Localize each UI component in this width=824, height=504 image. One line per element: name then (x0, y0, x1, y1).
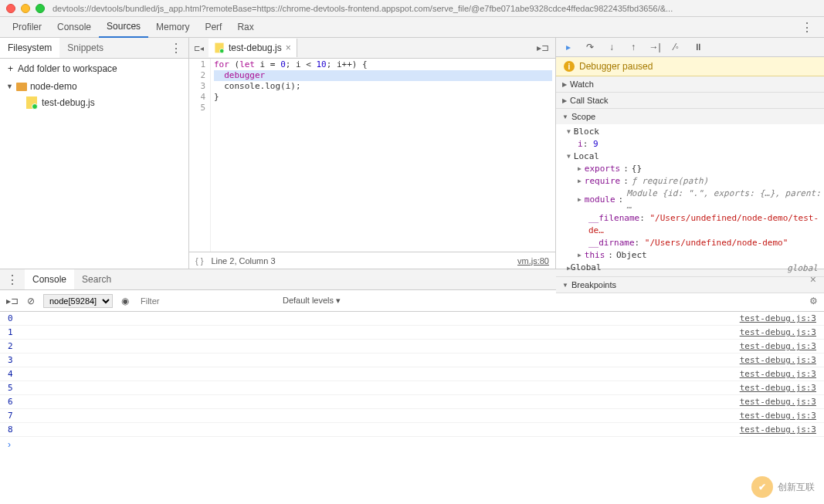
add-folder-button[interactable]: + Add folder to workspace (0, 59, 188, 79)
sources-workspace: Filesystem Snippets ⋮ + Add folder to wo… (0, 38, 824, 269)
gear-icon[interactable]: ⚙ (809, 296, 818, 306)
section-breakpoints[interactable]: ▼Breakpoints (556, 277, 824, 293)
scope-var: __dirname: "/Users/undefined/node-demo" (567, 237, 824, 249)
log-levels[interactable]: Default levels ▾ (283, 296, 341, 306)
editor-tab[interactable]: test-debug.js × (209, 39, 297, 57)
page-url: devtools://devtools/bundled/js_app.html?… (53, 4, 673, 13)
chevron-right-icon: ▶ (562, 97, 567, 104)
section-watch[interactable]: ▶Watch (556, 76, 824, 92)
resume-icon[interactable]: ▸ (562, 41, 575, 53)
source-link[interactable]: test-debug.js:3 (740, 327, 816, 337)
file-label: test-debug.js (42, 97, 95, 108)
js-file-icon (215, 43, 223, 53)
console-row: 1test-debug.js:3 (0, 326, 824, 340)
tab-sources[interactable]: Sources (99, 16, 148, 38)
navigator-tabs: Filesystem Snippets ⋮ (0, 38, 188, 59)
console-value: 7 (8, 411, 13, 421)
drawer-close-icon[interactable]: × (802, 273, 824, 286)
section-scope[interactable]: ▼Scope (556, 109, 824, 124)
folder-row[interactable]: ▼ node-demo (0, 79, 188, 94)
traffic-lights (6, 4, 45, 13)
info-icon: i (564, 61, 575, 72)
live-expression-icon[interactable]: ◉ (119, 295, 131, 307)
console-row: 2test-debug.js:3 (0, 340, 824, 353)
chevron-right-icon: ▶ (578, 194, 582, 206)
step-over-icon[interactable]: ↷ (584, 41, 596, 53)
code-editor[interactable]: 12345 for (let i = 0; i < 10; i++) { deb… (189, 59, 555, 252)
navigator-more-icon[interactable]: ⋮ (164, 41, 188, 56)
console-value: 2 (8, 341, 13, 351)
tab-snippets[interactable]: Snippets (59, 38, 111, 58)
source-link[interactable]: test-debug.js:3 (740, 425, 816, 435)
deactivate-breakpoints-icon[interactable]: ⁄◦ (670, 41, 683, 53)
plus-icon: + (8, 63, 13, 74)
debugger-banner-label: Debugger paused (579, 61, 653, 72)
chevron-down-icon: ▼ (6, 83, 13, 90)
source-link[interactable]: test-debug.js:3 (740, 369, 816, 379)
folder-label: node-demo (30, 81, 77, 92)
step-icon[interactable]: →| (649, 41, 661, 53)
maximize-icon[interactable] (36, 4, 45, 13)
console-value: 1 (8, 327, 13, 337)
debugger-pane: ▸ ↷ ↓ ↑ →| ⁄◦ ⏸ i Debugger paused ▶Watch… (556, 38, 824, 269)
source-link[interactable]: test-debug.js:3 (740, 341, 816, 351)
sidebar-toggle-icon[interactable]: ▸⊐ (6, 295, 19, 307)
tab-filesystem[interactable]: Filesystem (0, 38, 59, 58)
clear-console-icon[interactable]: ⊘ (25, 295, 37, 307)
scope-block[interactable]: ▼Block (567, 126, 824, 138)
file-row[interactable]: test-debug.js (0, 94, 188, 111)
chevron-right-icon: ▶ (578, 175, 582, 188)
scope-var[interactable]: ▶exports: {} (567, 163, 824, 175)
close-icon[interactable] (6, 4, 15, 13)
scope-var[interactable]: ▶require: ƒ require(path) (567, 175, 824, 188)
chevron-right-icon: ▶ (562, 81, 567, 88)
chevron-down-icon: ▼ (567, 151, 571, 163)
close-icon[interactable]: × (286, 42, 291, 53)
section-callstack[interactable]: ▶Call Stack (556, 93, 824, 108)
scope-local[interactable]: ▼Local (567, 151, 824, 163)
debug-toolbar: ▸ ↷ ↓ ↑ →| ⁄◦ ⏸ (556, 38, 824, 57)
source-link[interactable]: test-debug.js:3 (740, 383, 816, 393)
console-row: 0test-debug.js:3 (0, 312, 824, 326)
chevron-down-icon: ▼ (562, 282, 568, 289)
tab-perf[interactable]: Perf (197, 17, 229, 37)
tab-rax[interactable]: Rax (229, 17, 261, 37)
scope-var[interactable]: ▶module: Module {id: ".", exports: {…}, … (567, 188, 824, 212)
source-link[interactable]: test-debug.js:3 (740, 313, 816, 323)
console-row: 5test-debug.js:3 (0, 381, 824, 395)
context-select[interactable]: node[59284] (43, 294, 113, 308)
tab-console-drawer[interactable]: Console (25, 269, 74, 289)
console-value: 6 (8, 397, 13, 407)
scope-body: ▼Block i: 9 ▼Local ▶exports: {} ▶require… (556, 124, 824, 276)
drawer-more-icon[interactable]: ⋮ (0, 272, 25, 287)
step-out-icon[interactable]: ↑ (627, 41, 639, 53)
format-icon[interactable]: { } (195, 256, 203, 266)
code-area[interactable]: for (let i = 0; i < 10; i++) { debugger … (211, 59, 555, 252)
scope-var: i: 9 (567, 138, 824, 151)
expand-icon[interactable]: ▸⊐ (531, 42, 555, 53)
more-icon[interactable]: ⋮ (795, 17, 819, 38)
console-output: 0test-debug.js:31test-debug.js:32test-de… (0, 312, 824, 437)
console-value: 5 (8, 383, 13, 393)
chevron-right-icon: ▶ (578, 163, 582, 175)
console-prompt[interactable]: › (0, 437, 824, 452)
pause-exceptions-icon[interactable]: ⏸ (692, 41, 704, 53)
source-link[interactable]: test-debug.js:3 (740, 411, 816, 421)
scope-var[interactable]: ▶this: Object (567, 249, 824, 262)
tab-profiler[interactable]: Profiler (5, 17, 49, 37)
source-link[interactable]: test-debug.js:3 (740, 397, 816, 407)
source-link[interactable]: vm.js:80 (517, 256, 549, 266)
tab-console[interactable]: Console (49, 17, 99, 37)
tab-memory[interactable]: Memory (148, 17, 197, 37)
scope-global[interactable]: ▶Globalglobal (567, 262, 824, 275)
filter-input[interactable] (137, 295, 276, 307)
scope-var: __filename: "/Users/undefined/node-demo/… (567, 212, 824, 237)
console-value: 8 (8, 425, 13, 435)
tab-search[interactable]: Search (74, 269, 119, 289)
source-link[interactable]: test-debug.js:3 (740, 355, 816, 365)
nav-toggle-icon[interactable]: ⊏◂ (189, 44, 209, 52)
minimize-icon[interactable] (21, 4, 30, 13)
step-into-icon[interactable]: ↓ (605, 41, 618, 53)
js-file-icon (26, 96, 37, 109)
chevron-right-icon: ▶ (578, 249, 582, 262)
